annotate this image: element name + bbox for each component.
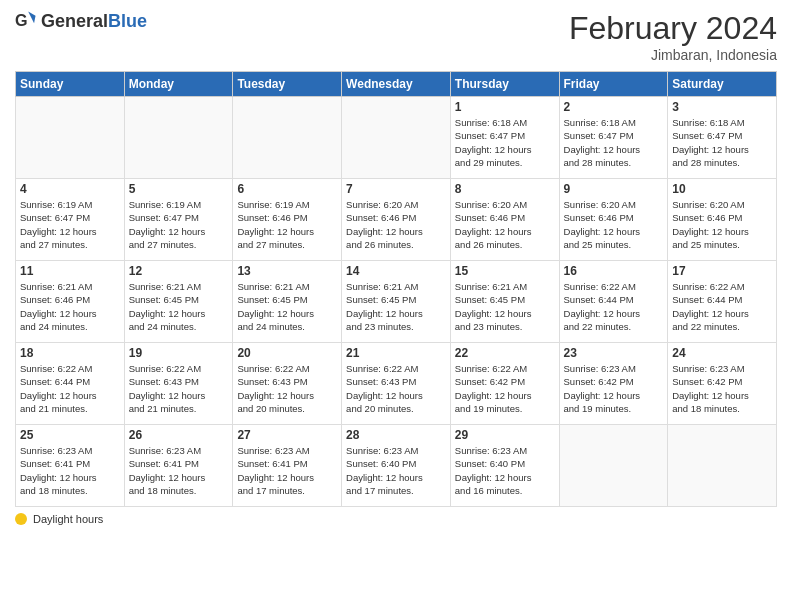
calendar-cell: [233, 97, 342, 179]
day-number: 18: [20, 346, 120, 360]
day-number: 10: [672, 182, 772, 196]
calendar-cell: [16, 97, 125, 179]
day-number: 28: [346, 428, 446, 442]
day-info: Sunrise: 6:18 AM Sunset: 6:47 PM Dayligh…: [455, 116, 555, 169]
calendar-subtitle: Jimbaran, Indonesia: [569, 47, 777, 63]
logo-general: General: [41, 11, 108, 31]
day-number: 13: [237, 264, 337, 278]
calendar-week-5: 25Sunrise: 6:23 AM Sunset: 6:41 PM Dayli…: [16, 425, 777, 507]
calendar-week-2: 4Sunrise: 6:19 AM Sunset: 6:47 PM Daylig…: [16, 179, 777, 261]
calendar-cell: 14Sunrise: 6:21 AM Sunset: 6:45 PM Dayli…: [342, 261, 451, 343]
calendar-title: February 2024: [569, 10, 777, 47]
calendar-cell: [668, 425, 777, 507]
calendar-cell: 27Sunrise: 6:23 AM Sunset: 6:41 PM Dayli…: [233, 425, 342, 507]
calendar-week-4: 18Sunrise: 6:22 AM Sunset: 6:44 PM Dayli…: [16, 343, 777, 425]
sun-icon: [15, 513, 27, 525]
calendar-cell: 8Sunrise: 6:20 AM Sunset: 6:46 PM Daylig…: [450, 179, 559, 261]
day-info: Sunrise: 6:18 AM Sunset: 6:47 PM Dayligh…: [564, 116, 664, 169]
calendar-cell: 6Sunrise: 6:19 AM Sunset: 6:46 PM Daylig…: [233, 179, 342, 261]
day-info: Sunrise: 6:21 AM Sunset: 6:46 PM Dayligh…: [20, 280, 120, 333]
day-number: 23: [564, 346, 664, 360]
day-info: Sunrise: 6:22 AM Sunset: 6:43 PM Dayligh…: [129, 362, 229, 415]
logo: G GeneralBlue: [15, 10, 147, 32]
day-info: Sunrise: 6:23 AM Sunset: 6:41 PM Dayligh…: [129, 444, 229, 497]
day-number: 1: [455, 100, 555, 114]
day-info: Sunrise: 6:23 AM Sunset: 6:41 PM Dayligh…: [237, 444, 337, 497]
day-number: 9: [564, 182, 664, 196]
day-number: 22: [455, 346, 555, 360]
calendar-cell: 11Sunrise: 6:21 AM Sunset: 6:46 PM Dayli…: [16, 261, 125, 343]
logo-icon: G: [15, 10, 37, 32]
col-saturday: Saturday: [668, 72, 777, 97]
day-info: Sunrise: 6:20 AM Sunset: 6:46 PM Dayligh…: [455, 198, 555, 251]
day-info: Sunrise: 6:22 AM Sunset: 6:42 PM Dayligh…: [455, 362, 555, 415]
footer: Daylight hours: [15, 513, 777, 525]
day-number: 24: [672, 346, 772, 360]
calendar-cell: 24Sunrise: 6:23 AM Sunset: 6:42 PM Dayli…: [668, 343, 777, 425]
day-number: 26: [129, 428, 229, 442]
day-info: Sunrise: 6:23 AM Sunset: 6:40 PM Dayligh…: [346, 444, 446, 497]
calendar-cell: 29Sunrise: 6:23 AM Sunset: 6:40 PM Dayli…: [450, 425, 559, 507]
calendar-cell: 12Sunrise: 6:21 AM Sunset: 6:45 PM Dayli…: [124, 261, 233, 343]
calendar-cell: 15Sunrise: 6:21 AM Sunset: 6:45 PM Dayli…: [450, 261, 559, 343]
logo-text: GeneralBlue: [41, 11, 147, 32]
col-monday: Monday: [124, 72, 233, 97]
day-info: Sunrise: 6:22 AM Sunset: 6:44 PM Dayligh…: [20, 362, 120, 415]
day-info: Sunrise: 6:23 AM Sunset: 6:42 PM Dayligh…: [672, 362, 772, 415]
day-number: 6: [237, 182, 337, 196]
day-info: Sunrise: 6:19 AM Sunset: 6:47 PM Dayligh…: [129, 198, 229, 251]
calendar-cell: [124, 97, 233, 179]
day-number: 5: [129, 182, 229, 196]
col-wednesday: Wednesday: [342, 72, 451, 97]
calendar-body: 1Sunrise: 6:18 AM Sunset: 6:47 PM Daylig…: [16, 97, 777, 507]
day-number: 19: [129, 346, 229, 360]
day-number: 20: [237, 346, 337, 360]
col-tuesday: Tuesday: [233, 72, 342, 97]
calendar-table: Sunday Monday Tuesday Wednesday Thursday…: [15, 71, 777, 507]
calendar-cell: 9Sunrise: 6:20 AM Sunset: 6:46 PM Daylig…: [559, 179, 668, 261]
day-number: 15: [455, 264, 555, 278]
calendar-cell: 20Sunrise: 6:22 AM Sunset: 6:43 PM Dayli…: [233, 343, 342, 425]
day-number: 4: [20, 182, 120, 196]
col-sunday: Sunday: [16, 72, 125, 97]
day-number: 25: [20, 428, 120, 442]
day-info: Sunrise: 6:22 AM Sunset: 6:43 PM Dayligh…: [237, 362, 337, 415]
calendar-cell: 10Sunrise: 6:20 AM Sunset: 6:46 PM Dayli…: [668, 179, 777, 261]
day-info: Sunrise: 6:21 AM Sunset: 6:45 PM Dayligh…: [346, 280, 446, 333]
calendar-cell: 22Sunrise: 6:22 AM Sunset: 6:42 PM Dayli…: [450, 343, 559, 425]
calendar-week-1: 1Sunrise: 6:18 AM Sunset: 6:47 PM Daylig…: [16, 97, 777, 179]
day-number: 17: [672, 264, 772, 278]
calendar-cell: 1Sunrise: 6:18 AM Sunset: 6:47 PM Daylig…: [450, 97, 559, 179]
day-number: 3: [672, 100, 772, 114]
calendar-cell: 26Sunrise: 6:23 AM Sunset: 6:41 PM Dayli…: [124, 425, 233, 507]
calendar-cell: 18Sunrise: 6:22 AM Sunset: 6:44 PM Dayli…: [16, 343, 125, 425]
day-number: 14: [346, 264, 446, 278]
day-number: 11: [20, 264, 120, 278]
day-info: Sunrise: 6:23 AM Sunset: 6:42 PM Dayligh…: [564, 362, 664, 415]
day-info: Sunrise: 6:23 AM Sunset: 6:40 PM Dayligh…: [455, 444, 555, 497]
day-info: Sunrise: 6:21 AM Sunset: 6:45 PM Dayligh…: [237, 280, 337, 333]
calendar-cell: 23Sunrise: 6:23 AM Sunset: 6:42 PM Dayli…: [559, 343, 668, 425]
calendar-cell: 28Sunrise: 6:23 AM Sunset: 6:40 PM Dayli…: [342, 425, 451, 507]
day-info: Sunrise: 6:20 AM Sunset: 6:46 PM Dayligh…: [346, 198, 446, 251]
page-header: G GeneralBlue February 2024 Jimbaran, In…: [15, 10, 777, 63]
calendar-cell: 25Sunrise: 6:23 AM Sunset: 6:41 PM Dayli…: [16, 425, 125, 507]
calendar-cell: 21Sunrise: 6:22 AM Sunset: 6:43 PM Dayli…: [342, 343, 451, 425]
svg-marker-1: [28, 11, 35, 23]
calendar-cell: 16Sunrise: 6:22 AM Sunset: 6:44 PM Dayli…: [559, 261, 668, 343]
header-row: Sunday Monday Tuesday Wednesday Thursday…: [16, 72, 777, 97]
calendar-cell: 5Sunrise: 6:19 AM Sunset: 6:47 PM Daylig…: [124, 179, 233, 261]
day-info: Sunrise: 6:19 AM Sunset: 6:47 PM Dayligh…: [20, 198, 120, 251]
calendar-cell: 19Sunrise: 6:22 AM Sunset: 6:43 PM Dayli…: [124, 343, 233, 425]
day-info: Sunrise: 6:22 AM Sunset: 6:44 PM Dayligh…: [672, 280, 772, 333]
calendar-cell: 7Sunrise: 6:20 AM Sunset: 6:46 PM Daylig…: [342, 179, 451, 261]
day-info: Sunrise: 6:19 AM Sunset: 6:46 PM Dayligh…: [237, 198, 337, 251]
day-info: Sunrise: 6:20 AM Sunset: 6:46 PM Dayligh…: [672, 198, 772, 251]
day-number: 12: [129, 264, 229, 278]
calendar-week-3: 11Sunrise: 6:21 AM Sunset: 6:46 PM Dayli…: [16, 261, 777, 343]
day-number: 16: [564, 264, 664, 278]
day-number: 27: [237, 428, 337, 442]
title-block: February 2024 Jimbaran, Indonesia: [569, 10, 777, 63]
day-info: Sunrise: 6:22 AM Sunset: 6:44 PM Dayligh…: [564, 280, 664, 333]
day-number: 8: [455, 182, 555, 196]
